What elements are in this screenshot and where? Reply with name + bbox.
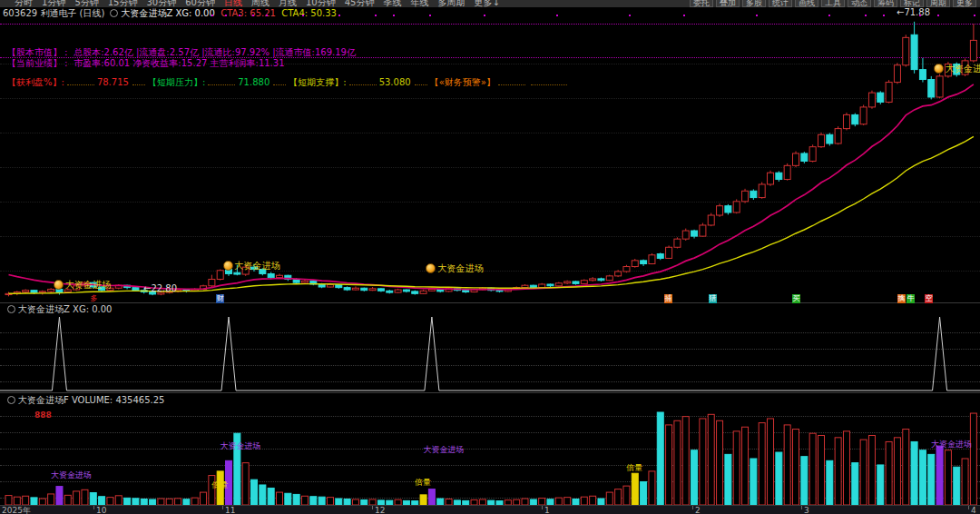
volume-watermark: 888 <box>34 410 52 420</box>
axis-month-label: 2 <box>695 506 701 514</box>
axis-month-label: 2025年 <box>2 506 31 514</box>
axis-month-label: 4 <box>971 506 976 514</box>
axis-month-label: 10 <box>96 506 106 514</box>
chart-title-bar: 603629 利通电子 (日线)大资金进场Z XG: 0.00 CTA3: 65… <box>3 7 337 20</box>
axis-month-label: 3 <box>804 506 809 514</box>
axis-tick <box>542 506 543 509</box>
axis-tick <box>968 506 969 509</box>
volume-indicator-readout: VOLUME: 435465.25 <box>72 395 165 405</box>
spike-panel-header: 大资金进场Z XG: 0.00 <box>2 304 112 315</box>
stock-chart-app: 分时1分钟5分钟15分钟30分钟60分钟日线周线月线10分钟45分钟季线年线多周… <box>0 0 980 514</box>
cta3-readout: CTA3: 65.21 <box>220 8 276 18</box>
axis-month-label: 11 <box>225 506 235 514</box>
stock-name: 利通电子 <box>40 8 76 18</box>
axis-month-label: 12 <box>375 506 385 514</box>
axis-tick <box>93 506 94 509</box>
cta4-readout: CTA4: 50.33 <box>281 8 337 18</box>
indicator-toggle-icon[interactable] <box>110 9 118 17</box>
time-axis[interactable]: 2025年1011121234 <box>0 505 980 514</box>
axis-tick <box>801 506 802 509</box>
ma-line-CTA4 <box>9 136 974 293</box>
volume-panel-header: 大资金进场F VOLUME: 435465.25 <box>2 395 164 406</box>
xg-readout: XG: 0.00 <box>175 8 214 18</box>
spike-line <box>0 317 980 390</box>
panel-separator-2[interactable] <box>0 392 980 393</box>
axis-month-label: 1 <box>544 506 550 514</box>
period-label: (日线) <box>80 8 105 18</box>
ma-line-CTA3 <box>9 84 974 290</box>
spike-indicator-readout: XG: 0.00 <box>73 304 112 314</box>
chart-canvas[interactable] <box>0 0 980 514</box>
axis-tick <box>372 506 373 509</box>
axis-tick <box>222 506 223 509</box>
stock-code: 603629 <box>3 8 37 18</box>
volume-indicator-icon[interactable] <box>7 396 15 404</box>
main-indicator-name[interactable]: 大资金进场Z <box>121 8 172 18</box>
spike-indicator-icon[interactable] <box>7 305 15 313</box>
axis-tick <box>692 506 693 509</box>
panel-separator-1[interactable] <box>0 302 980 303</box>
spike-indicator-name[interactable]: 大资金进场Z <box>18 304 70 314</box>
volume-indicator-name[interactable]: 大资金进场F <box>18 395 69 405</box>
